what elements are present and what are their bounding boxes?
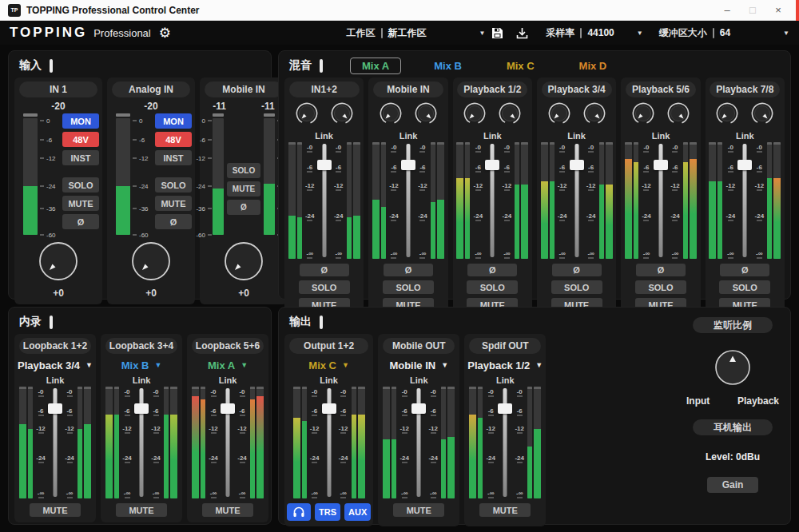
- link-label[interactable]: Link: [652, 131, 670, 141]
- fader-handle[interactable]: [654, 160, 668, 170]
- volume-fader[interactable]: [737, 142, 753, 259]
- phase-button[interactable]: Ø: [300, 264, 349, 276]
- pan-knob-right[interactable]: [498, 101, 522, 129]
- solo-button[interactable]: SOLO: [467, 280, 518, 294]
- solo-button[interactable]: SOLO: [551, 280, 602, 294]
- tab-mix-c[interactable]: Mix C: [495, 58, 547, 74]
- link-label[interactable]: Link: [400, 131, 418, 141]
- buffer-size-value[interactable]: 64: [720, 27, 730, 38]
- source-select[interactable]: Playback 3/4 ▼: [18, 357, 93, 373]
- phase-button[interactable]: Ø: [227, 200, 260, 215]
- pan-knob-left[interactable]: [715, 101, 739, 129]
- fader-handle[interactable]: [322, 403, 336, 414]
- trs-button[interactable]: TRS: [315, 503, 340, 521]
- minimize-button[interactable]: –: [714, 4, 740, 16]
- fader-handle[interactable]: [221, 403, 235, 414]
- inst-button[interactable]: INST: [155, 150, 192, 165]
- fader-handle[interactable]: [411, 403, 426, 414]
- fader-handle[interactable]: [317, 160, 332, 170]
- gear-icon[interactable]: ⚙: [159, 26, 171, 40]
- save-icon[interactable]: [491, 26, 504, 40]
- monitor-mix-knob[interactable]: [714, 349, 751, 389]
- mute-button[interactable]: MUTE: [227, 181, 260, 197]
- source-select[interactable]: Mobile IN ▼: [389, 357, 448, 373]
- pan-knob-right[interactable]: [330, 101, 354, 129]
- 48v-button[interactable]: 48V: [155, 132, 192, 147]
- solo-button[interactable]: SOLO: [227, 163, 260, 178]
- fader-handle[interactable]: [401, 160, 415, 170]
- gain-knob[interactable]: [224, 241, 264, 284]
- pan-knob-right[interactable]: [414, 101, 438, 129]
- sample-rate-value[interactable]: 44100: [587, 27, 614, 38]
- pan-knob-left[interactable]: [631, 101, 655, 129]
- inst-button[interactable]: INST: [62, 150, 99, 165]
- solo-button[interactable]: SOLO: [62, 177, 99, 193]
- mute-button[interactable]: MUTE: [116, 503, 167, 517]
- fader-handle[interactable]: [737, 160, 752, 170]
- phase-button[interactable]: Ø: [467, 264, 517, 276]
- volume-fader[interactable]: [411, 387, 427, 498]
- mute-button[interactable]: MUTE: [30, 503, 81, 517]
- link-label[interactable]: Link: [133, 375, 151, 385]
- phase-button[interactable]: Ø: [552, 264, 602, 276]
- pan-knob-left[interactable]: [547, 101, 571, 129]
- sample-rate-caret-icon[interactable]: ▼: [637, 30, 643, 37]
- pan-knob-right[interactable]: [666, 101, 690, 129]
- mon-button[interactable]: MON: [62, 113, 99, 129]
- solo-button[interactable]: SOLO: [635, 280, 686, 294]
- source-select[interactable]: Playback 1/2 ▼: [467, 357, 543, 373]
- link-label[interactable]: Link: [219, 375, 237, 385]
- fader-handle[interactable]: [485, 160, 499, 170]
- link-label[interactable]: Link: [496, 375, 515, 385]
- gain-knob[interactable]: [131, 241, 171, 284]
- buffer-size-caret-icon[interactable]: ▼: [783, 30, 789, 37]
- volume-fader[interactable]: [316, 142, 332, 259]
- solo-button[interactable]: SOLO: [299, 280, 350, 294]
- mon-button[interactable]: MON: [155, 113, 192, 129]
- mute-button[interactable]: MUTE: [202, 503, 253, 517]
- phase-button[interactable]: Ø: [636, 264, 686, 276]
- fader-handle[interactable]: [134, 403, 149, 414]
- maximize-button[interactable]: □: [740, 4, 765, 16]
- gain-button[interactable]: Gain: [707, 477, 758, 493]
- fader-handle[interactable]: [48, 403, 62, 414]
- tab-mix-a[interactable]: Mix A: [350, 58, 401, 74]
- link-label[interactable]: Link: [567, 131, 586, 141]
- pan-knob-left[interactable]: [379, 101, 403, 129]
- pan-knob-right[interactable]: [582, 101, 606, 129]
- source-select[interactable]: Mix B ▼: [121, 357, 162, 373]
- volume-fader[interactable]: [400, 142, 416, 259]
- tab-mix-d[interactable]: Mix D: [567, 58, 619, 74]
- fader-handle[interactable]: [570, 160, 584, 170]
- gain-knob[interactable]: [38, 241, 78, 284]
- pan-knob-left[interactable]: [463, 101, 487, 129]
- volume-fader[interactable]: [484, 142, 500, 259]
- load-icon[interactable]: [515, 26, 529, 40]
- volume-fader[interactable]: [497, 387, 513, 498]
- mute-button[interactable]: MUTE: [155, 196, 192, 211]
- mute-button[interactable]: MUTE: [479, 503, 531, 517]
- link-label[interactable]: Link: [315, 131, 333, 141]
- phase-button[interactable]: Ø: [62, 214, 99, 229]
- source-select[interactable]: Mix A ▼: [208, 357, 248, 373]
- volume-fader[interactable]: [653, 142, 669, 259]
- pan-knob-right[interactable]: [750, 101, 774, 129]
- workspace-value[interactable]: 新工作区: [388, 26, 427, 40]
- solo-button[interactable]: SOLO: [155, 177, 192, 193]
- phase-button[interactable]: Ø: [384, 264, 433, 276]
- phase-button[interactable]: Ø: [155, 214, 192, 229]
- volume-fader[interactable]: [47, 387, 63, 498]
- mute-button[interactable]: MUTE: [393, 503, 444, 517]
- 48v-button[interactable]: 48V: [62, 132, 99, 147]
- link-label[interactable]: Link: [46, 375, 65, 385]
- solo-button[interactable]: SOLO: [383, 280, 434, 294]
- fader-handle[interactable]: [498, 403, 512, 414]
- pan-knob-left[interactable]: [295, 101, 319, 129]
- volume-fader[interactable]: [569, 142, 585, 259]
- close-button[interactable]: ×: [765, 4, 791, 16]
- solo-button[interactable]: SOLO: [719, 280, 770, 294]
- workspace-caret-icon[interactable]: ▼: [479, 30, 486, 37]
- volume-fader[interactable]: [321, 387, 337, 498]
- link-label[interactable]: Link: [483, 131, 502, 141]
- volume-fader[interactable]: [133, 387, 149, 498]
